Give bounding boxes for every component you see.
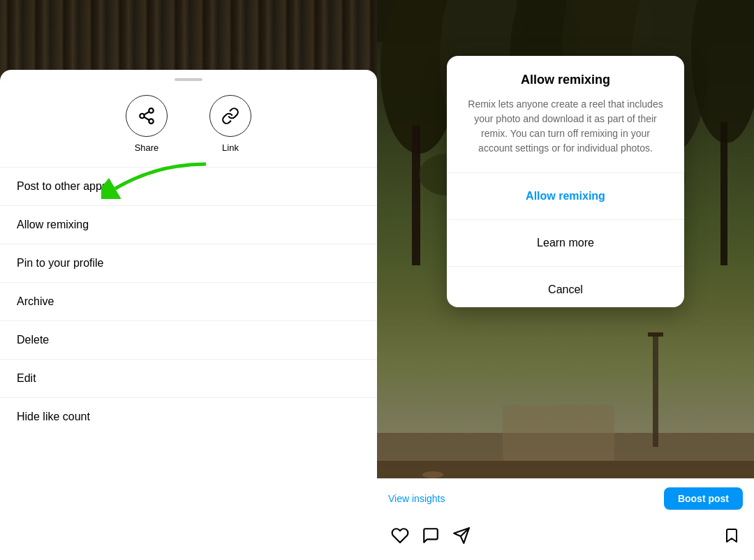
menu-item-archive[interactable]: Archive xyxy=(0,283,377,321)
comment-icon[interactable] xyxy=(422,526,440,549)
share-label: Share xyxy=(135,142,159,153)
view-insights-button[interactable]: View insights xyxy=(388,493,445,504)
drag-handle[interactable] xyxy=(175,78,202,81)
menu-item-hide-like-count[interactable]: Hide like count xyxy=(0,398,377,436)
menu-item-edit[interactable]: Edit xyxy=(0,360,377,398)
share-button[interactable]: Share xyxy=(126,95,168,153)
link-icon-circle xyxy=(209,95,251,137)
left-action-icons xyxy=(391,526,471,549)
svg-line-3 xyxy=(144,117,149,120)
learn-more-button[interactable]: Learn more xyxy=(447,226,684,260)
insights-row: View insights Boost post xyxy=(377,478,754,518)
allow-remixing-dialog: Allow remixing Remix lets anyone create … xyxy=(447,56,684,307)
post-actions-row xyxy=(377,518,754,560)
dialog-divider-3 xyxy=(447,266,684,267)
menu-item-allow-remixing[interactable]: Allow remixing xyxy=(0,206,377,244)
bottom-sheet: Share Link Post to other apps… Allow rem… xyxy=(0,70,377,560)
allow-remixing-button[interactable]: Allow remixing xyxy=(447,179,684,214)
share-icon-circle xyxy=(126,95,168,137)
link-button[interactable]: Link xyxy=(209,95,251,153)
menu-item-post-to-other[interactable]: Post to other apps… xyxy=(0,168,377,206)
dialog-title: Allow remixing xyxy=(466,73,665,87)
menu-item-pin-to-profile[interactable]: Pin to your profile xyxy=(0,244,377,283)
dialog-overlay: Allow remixing Remix lets anyone create … xyxy=(377,0,754,560)
link-label: Link xyxy=(222,142,239,153)
right-bottom-bar: View insights Boost post xyxy=(377,478,754,560)
right-panel: Allow remixing Remix lets anyone create … xyxy=(377,0,754,560)
dialog-content: Allow remixing Remix lets anyone create … xyxy=(447,56,684,167)
dialog-body: Remix lets anyone create a reel that inc… xyxy=(466,97,665,156)
share-icons-row: Share Link xyxy=(0,95,377,168)
like-icon[interactable] xyxy=(391,526,409,549)
left-panel: Share Link Post to other apps… Allow rem… xyxy=(0,0,377,560)
menu-list: Post to other apps… Allow remixing Pin t… xyxy=(0,168,377,436)
svg-line-4 xyxy=(144,112,149,115)
cancel-button[interactable]: Cancel xyxy=(447,272,684,307)
dialog-divider-1 xyxy=(447,172,684,173)
send-icon[interactable] xyxy=(452,526,471,549)
boost-post-button[interactable]: Boost post xyxy=(664,487,743,510)
bookmark-icon[interactable] xyxy=(723,526,740,549)
dialog-divider-2 xyxy=(447,219,684,220)
menu-item-delete[interactable]: Delete xyxy=(0,321,377,360)
